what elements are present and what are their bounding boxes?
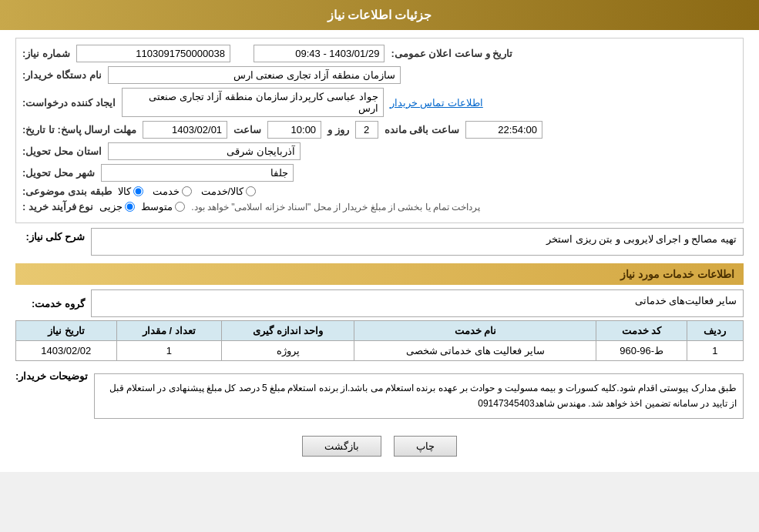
cell-kodKhadamat: ط-96-960 xyxy=(596,341,687,361)
col-nam: نام خدمت xyxy=(354,321,596,341)
header-bar: جزئیات اطلاعات نیاز xyxy=(0,0,759,30)
cell-tedad: 1 xyxy=(116,341,222,361)
tosih-label: توضیحات خریدار: xyxy=(15,367,88,382)
page-container: جزئیات اطلاعات نیاز تاریخ و ساعت اعلان ع… xyxy=(0,0,759,472)
col-radif: ردیف xyxy=(687,321,743,341)
khadamat-section-title: اطلاعات خدمات مورد نیاز xyxy=(15,263,744,285)
ostan-value: آذربایجان شرقی xyxy=(108,142,301,160)
shahr-value: جلفا xyxy=(101,164,294,182)
col-vahed: واحد اندازه گیری xyxy=(222,321,354,341)
button-row: چاپ بازگشت xyxy=(15,425,744,464)
cell-radif: 1 xyxy=(687,341,743,361)
tarikh-label: تاریخ و ساعت اعلان عمومی: xyxy=(391,48,512,59)
rooz-value: 2 xyxy=(355,121,378,139)
col-tedad: تعداد / مقدار xyxy=(116,321,222,341)
jozi-label: جزیی xyxy=(99,201,123,212)
nam-dastgah-label: نام دستگاه خریدار: xyxy=(22,69,102,81)
service-section: ردیف کد خدمت نام خدمت واحد اندازه گیری ت… xyxy=(15,320,744,361)
sharh-value: تهیه مصالح و اجرای لایروبی و بتن ریزی اس… xyxy=(91,228,744,256)
ostan-label: استان محل تحویل: xyxy=(22,146,102,157)
col-kod: کد خدمت xyxy=(596,321,687,341)
radio-jozi-input[interactable] xyxy=(125,202,135,212)
kala-label: کالا xyxy=(118,186,131,197)
radio-mottaset: متوسط xyxy=(141,201,185,212)
tosih-row: طبق مدارک پیوستی اقدام شود.کلیه کسورات و… xyxy=(15,367,744,425)
row-shomarch-tarikh: تاریخ و ساعت اعلان عمومی: 1403/01/29 - 0… xyxy=(22,45,737,62)
row-noe-farayand: پرداخت تمام یا بخشی از مبلغ خریدار از مح… xyxy=(22,201,737,212)
saat-value: 10:00 xyxy=(267,121,321,139)
table-row: 1ط-96-960سایر فعالیت های خدماتی شخصیپروژ… xyxy=(16,341,744,361)
service-table: ردیف کد خدمت نام خدمت واحد اندازه گیری ت… xyxy=(15,320,744,361)
shomarch-label: شماره نیاز: xyxy=(22,48,70,59)
baz-gasht-button[interactable]: بازگشت xyxy=(302,436,381,457)
rooz-label: روز و xyxy=(327,124,349,136)
saat-label: ساعت xyxy=(233,124,261,136)
grooh-label: گروه خدمت: xyxy=(15,298,85,309)
header-title: جزئیات اطلاعات نیاز xyxy=(327,8,432,22)
tarikh-value: 1403/01/29 - 09:43 xyxy=(254,45,385,62)
radio-khadamat-input[interactable] xyxy=(182,186,192,196)
col-tarikh: تاریخ نیاز xyxy=(16,321,117,341)
cell-tarikh: 1403/02/02 xyxy=(16,341,117,361)
row-tabaghe: کالا/خدمت خدمت کالا طبقه بندی موضوعی: xyxy=(22,186,737,197)
row-ostan: آذربایجان شرقی استان محل تحویل: xyxy=(22,142,737,160)
khadamat-label: خدمت xyxy=(153,186,180,197)
radio-kala-khadamat-input[interactable] xyxy=(246,186,256,196)
grooh-row: سایر فعالیت‌های خدماتی گروه خدمت: xyxy=(15,289,744,317)
grooh-value: سایر فعالیت‌های خدماتی xyxy=(91,289,744,317)
noe-farayand-label: نوع فرآیند خرید : xyxy=(22,201,93,212)
row-shahr: جلفا شهر محل تحویل: xyxy=(22,164,737,182)
noe-farayand-desc: پرداخت تمام یا بخشی از مبلغ خریدار از مح… xyxy=(191,202,480,212)
tabaghe-radio-group: کالا/خدمت خدمت کالا xyxy=(118,186,257,197)
sharh-label: شرح کلی نیاز: xyxy=(15,228,85,243)
row-ijad: اطلاعات تماس خریدار جواد عباسی کارپرداز … xyxy=(22,88,737,117)
mottaset-label: متوسط xyxy=(141,201,173,212)
ettelaat-link[interactable]: اطلاعات تماس خریدار xyxy=(390,97,483,109)
content-area: تاریخ و ساعت اعلان عمومی: 1403/01/29 - 0… xyxy=(0,30,759,472)
sharh-row: تهیه مصالح و اجرای لایروبی و بتن ریزی اس… xyxy=(15,228,744,256)
cell-namKhadamat: سایر فعالیت های خدماتی شخصی xyxy=(354,341,596,361)
tosih-value: طبق مدارک پیوستی اقدام شود.کلیه کسورات و… xyxy=(94,373,744,419)
row-namdastgah: سازمان منطقه آزاد تجاری صنعتی ارس نام دس… xyxy=(22,66,737,84)
kala-khadamat-label: کالا/خدمت xyxy=(201,186,244,197)
mohlat-label: مهلت ارسال پاسخ: تا تاریخ: xyxy=(22,124,136,136)
radio-jozi: جزیی xyxy=(99,201,135,212)
radio-kala-input[interactable] xyxy=(133,186,143,196)
ijad-label: ایجاد کننده درخواست: xyxy=(22,97,116,109)
radio-kala-khadamat: کالا/خدمت xyxy=(201,186,257,197)
baqi-value: 22:54:00 xyxy=(465,121,542,139)
radio-khadamat: خدمت xyxy=(153,186,192,197)
tabaghe-label: طبقه بندی موضوعی: xyxy=(22,186,112,197)
chap-button[interactable]: چاپ xyxy=(394,436,457,457)
top-section: تاریخ و ساعت اعلان عمومی: 1403/01/29 - 0… xyxy=(15,38,744,223)
date-value: 1403/02/01 xyxy=(143,121,227,139)
ijad-value: جواد عباسی کارپرداز سازمان منطقه آزاد تج… xyxy=(122,88,384,117)
radio-kala: کالا xyxy=(118,186,143,197)
shahr-label: شهر محل تحویل: xyxy=(22,167,95,179)
radio-mottaset-input[interactable] xyxy=(175,202,185,212)
shomarch-value: 1103091750000038 xyxy=(76,45,230,62)
baqi-label: ساعت باقی مانده xyxy=(385,124,459,136)
nam-dastgah-value: سازمان منطقه آزاد تجاری صنعتی ارس xyxy=(108,66,401,84)
cell-vahed: پروژه xyxy=(222,341,354,361)
row-mohlat: 22:54:00 ساعت باقی مانده 2 روز و 10:00 س… xyxy=(22,121,737,139)
